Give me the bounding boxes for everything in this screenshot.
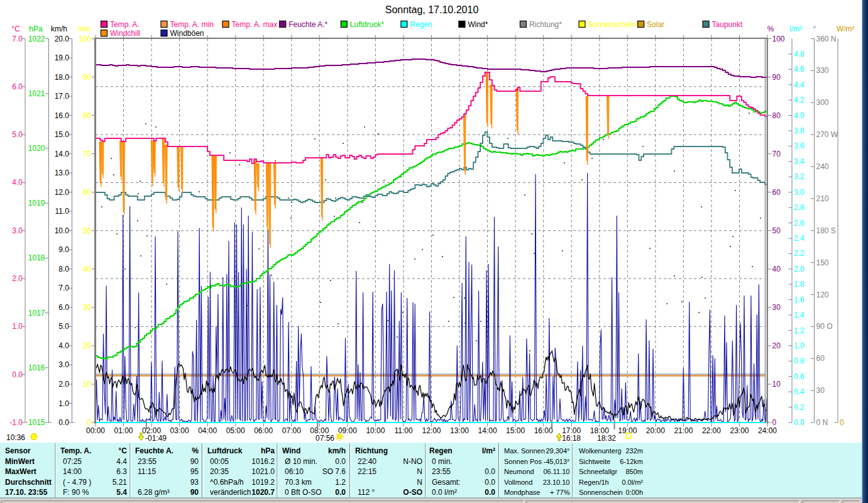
svg-text:80: 80 (772, 111, 781, 120)
svg-text:Max. Sonnen: Max. Sonnen (504, 447, 545, 455)
svg-text:Regen: Regen (410, 20, 432, 29)
svg-text:Wolkenunterg: Wolkenunterg (579, 447, 622, 455)
svg-text:90: 90 (190, 488, 199, 497)
svg-text:2.8: 2.8 (794, 203, 805, 212)
svg-text:112 °: 112 ° (358, 488, 375, 497)
svg-text:29,304°: 29,304° (546, 447, 569, 455)
svg-text:6-12km: 6-12km (620, 458, 643, 465)
svg-text:1018: 1018 (28, 253, 45, 262)
svg-text:18.0: 18.0 (55, 73, 70, 82)
svg-text:4.0: 4.0 (58, 341, 69, 350)
svg-text:210: 210 (816, 194, 829, 203)
svg-text:Sonnen Pos: Sonnen Pos (504, 458, 542, 465)
svg-text:0: 0 (87, 418, 91, 427)
svg-text:4.2: 4.2 (794, 96, 805, 104)
svg-text:04:00: 04:00 (198, 426, 217, 435)
svg-text:11:00: 11:00 (394, 426, 412, 435)
svg-text:20:35: 20:35 (210, 467, 229, 476)
svg-text:03:00: 03:00 (170, 426, 189, 435)
svg-text:3.6: 3.6 (794, 141, 805, 150)
svg-text:0.0: 0.0 (485, 488, 495, 497)
svg-text:hPa: hPa (29, 25, 43, 33)
svg-text:1.8: 1.8 (794, 280, 805, 289)
svg-text:50: 50 (83, 226, 92, 235)
svg-text:6.0: 6.0 (58, 303, 69, 312)
svg-text:60: 60 (816, 354, 825, 363)
svg-text:150: 150 (816, 258, 829, 267)
svg-text:11.0: 11.0 (55, 207, 70, 216)
svg-text:40: 40 (772, 265, 781, 274)
svg-text:+ 77%: + 77% (550, 489, 570, 496)
svg-text:veränderlich: veränderlich (210, 488, 251, 497)
svg-text:4.0: 4.0 (12, 178, 23, 187)
svg-text:16:00: 16:00 (534, 426, 553, 435)
svg-text:5.21: 5.21 (113, 478, 128, 487)
svg-text:3.2: 3.2 (794, 172, 805, 181)
svg-text:8.0: 8.0 (58, 265, 69, 274)
svg-text:Taupunkt: Taupunkt (712, 20, 743, 29)
svg-text:0:00h: 0:00h (625, 489, 643, 496)
svg-text:5.0: 5.0 (12, 130, 23, 139)
svg-text:16:18: 16:18 (562, 434, 581, 443)
svg-text:10: 10 (83, 380, 92, 389)
svg-text:07:56: 07:56 (316, 434, 334, 443)
svg-text:0.2: 0.2 (794, 403, 805, 412)
svg-text:Neumond: Neumond (504, 468, 534, 475)
svg-text:10.0: 10.0 (55, 226, 70, 235)
svg-text:Durchschnitt: Durchschnitt (5, 478, 52, 487)
svg-text:10:00: 10:00 (366, 426, 385, 435)
svg-text:3.8: 3.8 (794, 126, 805, 135)
svg-text:2.0: 2.0 (12, 274, 23, 283)
svg-text:0.0: 0.0 (335, 488, 346, 497)
svg-text:4.0: 4.0 (794, 111, 805, 120)
svg-text:6.3: 6.3 (116, 467, 127, 476)
svg-text:30: 30 (816, 386, 825, 395)
svg-text:0.0: 0.0 (58, 418, 69, 427)
svg-text:2.6: 2.6 (794, 219, 805, 228)
svg-text:6.28 g/m³: 6.28 g/m³ (138, 488, 170, 497)
svg-text:N-NO: N-NO (403, 457, 422, 466)
svg-text:1020: 1020 (28, 144, 45, 153)
svg-text:22:40: 22:40 (358, 457, 376, 466)
svg-text:1021.0: 1021.0 (251, 467, 275, 476)
svg-text:360 N: 360 N (816, 35, 837, 43)
svg-text:0 min.: 0 min. (432, 457, 453, 466)
svg-text:F: 90 %: F: 90 % (63, 488, 89, 497)
svg-text:10:36: 10:36 (6, 433, 25, 442)
svg-text:km/h: km/h (51, 25, 67, 33)
svg-text:22:00: 22:00 (702, 426, 721, 435)
svg-text:22:15: 22:15 (358, 467, 376, 476)
svg-text:70.3 km: 70.3 km (285, 478, 312, 487)
svg-text:4.6: 4.6 (794, 65, 805, 74)
svg-text:06.11.10: 06.11.10 (543, 468, 569, 475)
svg-text:0: 0 (772, 418, 777, 427)
svg-text:Feuchte A.: Feuchte A. (135, 446, 173, 455)
svg-text:Luftdruck: Luftdruck (207, 446, 243, 455)
svg-text:1.0: 1.0 (12, 322, 23, 331)
svg-text:0.0l/m²: 0.0l/m² (622, 478, 643, 486)
svg-text:0.0: 0.0 (794, 418, 805, 427)
svg-text:MinWert: MinWert (5, 457, 35, 466)
svg-text:Gesamt:: Gesamt: (432, 478, 460, 487)
svg-text:2.2: 2.2 (794, 249, 805, 258)
svg-text:1.6: 1.6 (794, 296, 805, 304)
svg-text:Richtung: Richtung (355, 446, 388, 455)
svg-text:3.4: 3.4 (794, 157, 805, 166)
svg-text:12:00: 12:00 (422, 426, 441, 435)
svg-text:90: 90 (772, 73, 781, 82)
svg-text:00:05: 00:05 (210, 457, 229, 466)
svg-text:14:00: 14:00 (478, 426, 497, 435)
svg-text:2.0: 2.0 (58, 380, 69, 389)
svg-text:13.0: 13.0 (55, 169, 70, 177)
svg-text:Mondphase: Mondphase (504, 489, 541, 496)
svg-text:Luftdruck*: Luftdruck* (350, 20, 384, 29)
svg-text:330: 330 (816, 66, 829, 75)
svg-text:20.0: 20.0 (55, 35, 70, 43)
svg-text:Temp. A.: Temp. A. (60, 446, 91, 455)
svg-text:hPa: hPa (261, 446, 275, 455)
svg-text:19.0: 19.0 (55, 53, 70, 62)
svg-text:km/h: km/h (328, 446, 346, 455)
svg-text:19:00: 19:00 (618, 426, 637, 435)
svg-text:232m: 232m (625, 447, 643, 455)
svg-text:O-SO: O-SO (403, 488, 422, 497)
